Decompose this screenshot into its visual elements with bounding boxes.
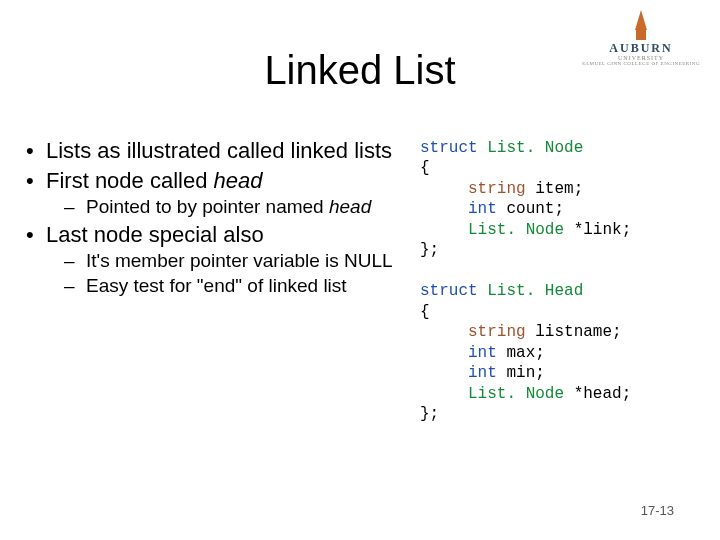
bullet-2-sub-pre: Pointed to by pointer named bbox=[86, 196, 329, 217]
bullet-3-text: Last node special also bbox=[46, 222, 264, 247]
typ-string-2: string bbox=[468, 323, 526, 341]
node-f2: count; bbox=[497, 200, 564, 218]
typ-listhead: List. Head bbox=[487, 282, 583, 300]
node-f1: item; bbox=[526, 180, 584, 198]
bullet-2-sub-em: head bbox=[329, 196, 371, 217]
node-f3: *link; bbox=[564, 221, 631, 239]
kw-struct-2: struct bbox=[420, 282, 478, 300]
logo-tower-icon bbox=[635, 10, 647, 30]
head-f4: *head; bbox=[564, 385, 631, 403]
head-f1: listname; bbox=[526, 323, 622, 341]
typ-listnode: List. Node bbox=[487, 139, 583, 157]
bullet-1-text: Lists as illustrated called linked lists bbox=[46, 138, 392, 163]
kw-int-2: int bbox=[468, 344, 497, 362]
kw-struct: struct bbox=[420, 139, 478, 157]
brace-open-2: { bbox=[420, 303, 430, 321]
brace-open-1: { bbox=[420, 159, 430, 177]
kw-int-3: int bbox=[468, 364, 497, 382]
head-f2: max; bbox=[497, 344, 545, 362]
typ-listnode-3: List. Node bbox=[468, 385, 564, 403]
bullet-2-em: head bbox=[214, 168, 263, 193]
page-number: 17-13 bbox=[641, 503, 674, 518]
typ-string-1: string bbox=[468, 180, 526, 198]
slide-title: Linked List bbox=[0, 48, 720, 93]
code-snippet: struct List. Node { string item; int cou… bbox=[420, 138, 710, 425]
typ-listnode-2: List. Node bbox=[468, 221, 564, 239]
brace-close-1: }; bbox=[420, 241, 439, 259]
kw-int-1: int bbox=[468, 200, 497, 218]
head-f3: min; bbox=[497, 364, 545, 382]
brace-close-2: }; bbox=[420, 405, 439, 423]
bullet-2-pre: First node called bbox=[46, 168, 214, 193]
